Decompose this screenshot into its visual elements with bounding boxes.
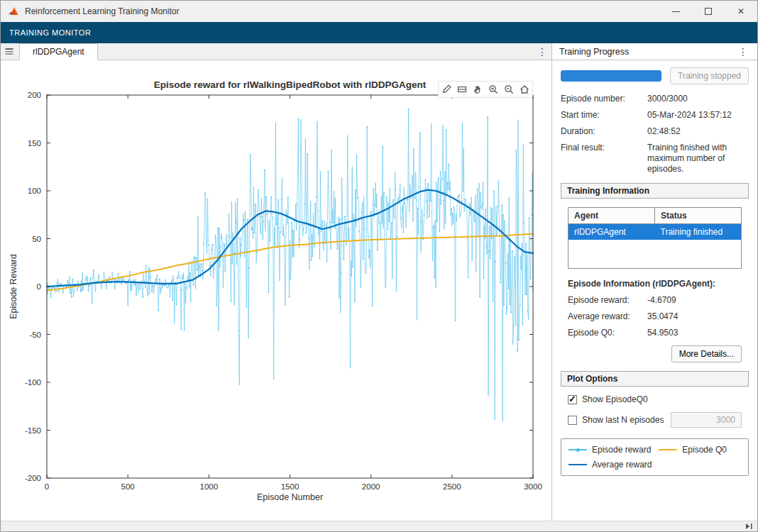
- field-episode-q0: Episode Q0: 54.9503: [568, 328, 742, 338]
- last-n-episodes-input[interactable]: [671, 412, 742, 428]
- app-window: Reinforcement Learning Training Monitor …: [0, 0, 758, 532]
- svg-text:Episode Number: Episode Number: [257, 492, 323, 502]
- window-controls: ✕: [659, 1, 757, 22]
- progress-bar-fill: [561, 70, 661, 82]
- svg-text:2500: 2500: [443, 482, 461, 491]
- field-label: Start time:: [561, 110, 647, 121]
- document-tab-bar: rlDDPGAgent ⋮: [1, 43, 551, 60]
- datatip-icon[interactable]: [455, 82, 469, 96]
- minimize-icon: [672, 11, 680, 12]
- field-value: 54.9503: [647, 328, 742, 338]
- field-label: Episode Q0:: [568, 328, 647, 338]
- documents-menu-button[interactable]: [1, 43, 18, 60]
- legend-label: Episode Q0: [682, 445, 727, 455]
- more-details-button[interactable]: More Details...: [671, 345, 742, 362]
- training-stopped-button[interactable]: Training stopped: [670, 67, 749, 84]
- cell-status: Training finished: [655, 224, 742, 240]
- matlab-logo-icon: [8, 6, 19, 17]
- field-duration: Duration: 02:48:52: [561, 126, 749, 137]
- panel-body: Training stopped Episode number: 3000/30…: [552, 60, 757, 521]
- field-value: -4.6709: [647, 295, 742, 306]
- svg-text:500: 500: [121, 482, 135, 491]
- training-progress-bar: [561, 70, 661, 82]
- tab-rlddpgagent[interactable]: rlDDPGAgent: [19, 43, 98, 60]
- field-label: Episode number:: [561, 94, 647, 104]
- panel-header: Training Progress ⋮: [552, 43, 757, 60]
- minimize-button[interactable]: [659, 1, 692, 22]
- table-empty-area: [568, 240, 741, 268]
- field-average-reward: Average reward: 35.0474: [568, 311, 742, 322]
- show-episodeq0-checkbox[interactable]: [568, 395, 577, 404]
- field-label: Final result:: [561, 143, 647, 174]
- show-last-n-label: Show last N episodes: [582, 415, 664, 425]
- episode-information-fields: Episode reward: -4.6709 Average reward: …: [568, 295, 742, 338]
- progress-row: Training stopped: [561, 67, 749, 84]
- svg-text:2000: 2000: [362, 482, 380, 491]
- panel-overflow-menu-icon[interactable]: ⋮: [736, 46, 750, 57]
- training-progress-panel: Training Progress ⋮ Training stopped Epi…: [552, 43, 757, 521]
- close-button[interactable]: ✕: [725, 1, 757, 22]
- maximize-button[interactable]: [692, 1, 725, 22]
- svg-text:-150: -150: [25, 426, 41, 435]
- close-icon: ✕: [737, 6, 745, 16]
- chart-legend: Episode reward Episode Q0 Average reward: [561, 438, 749, 476]
- cell-agent: rlDDPGAgent: [568, 224, 655, 240]
- panel-title: Training Progress: [559, 47, 629, 57]
- svg-text:100: 100: [28, 187, 41, 195]
- svg-text:150: 150: [28, 139, 41, 148]
- document-overflow-menu-icon[interactable]: ⋮: [533, 43, 551, 60]
- window-title: Reinforcement Learning Training Monitor: [25, 6, 179, 16]
- svg-text:Episode reward for rlWalkingBi: Episode reward for rlWalkingBipedRobot w…: [154, 79, 427, 90]
- field-value: 35.0474: [647, 311, 742, 322]
- show-episodeq0-label: Show EpisodeQ0: [582, 394, 648, 404]
- field-label: Episode reward:: [568, 295, 647, 306]
- agent-status-table: Agent Status rlDDPGAgent Training finish…: [568, 207, 742, 269]
- details-row: More Details...: [568, 345, 742, 362]
- plot-options-header: Plot Options: [561, 371, 749, 387]
- home-icon[interactable]: [517, 82, 532, 96]
- tab-training-monitor[interactable]: TRAINING MONITOR: [1, 22, 99, 43]
- episode-information-title: Episode Information (rlDDPGAgent):: [568, 279, 742, 289]
- brush-icon[interactable]: [439, 82, 454, 96]
- legend-line-sample: [568, 464, 587, 465]
- legend-line-sample: [659, 449, 677, 450]
- legend-episode-reward: Episode reward: [568, 445, 659, 455]
- axes-toolbar: [438, 81, 533, 98]
- title-bar: Reinforcement Learning Training Monitor …: [1, 1, 757, 22]
- status-bar: [1, 521, 757, 531]
- svg-text:3000: 3000: [524, 482, 542, 491]
- svg-text:-100: -100: [25, 378, 41, 387]
- table-row[interactable]: rlDDPGAgent Training finished: [568, 224, 741, 240]
- show-episodeq0-row: Show EpisodeQ0: [568, 394, 742, 404]
- legend-episode-q0: Episode Q0: [659, 445, 741, 455]
- column-header-status: Status: [654, 208, 741, 223]
- field-label: Duration:: [561, 126, 647, 137]
- svg-text:1500: 1500: [281, 482, 300, 491]
- column-header-agent: Agent: [568, 208, 654, 223]
- legend-label: Average reward: [592, 460, 652, 470]
- show-last-n-row: Show last N episodes: [568, 412, 742, 428]
- reward-chart[interactable]: Episode reward for rlWalkingBipedRobot w…: [1, 60, 552, 521]
- zoom-in-icon[interactable]: [486, 82, 500, 96]
- pan-icon[interactable]: [471, 82, 485, 96]
- svg-text:-50: -50: [29, 331, 41, 339]
- zoom-out-icon[interactable]: [502, 82, 516, 96]
- field-final-result: Final result: Training finished with max…: [561, 143, 749, 174]
- field-episode-reward: Episode reward: -4.6709: [568, 295, 742, 306]
- svg-text:50: 50: [32, 235, 41, 243]
- toolstrip: TRAINING MONITOR: [1, 22, 757, 43]
- svg-text:0: 0: [37, 282, 41, 291]
- show-last-n-checkbox[interactable]: [568, 416, 577, 425]
- training-information-header: Training Information: [561, 183, 749, 199]
- legend-average-reward: Average reward: [568, 460, 659, 470]
- svg-text:-200: -200: [25, 474, 41, 482]
- field-value: 05-Mar-2024 13:57:12: [647, 110, 749, 121]
- legend-marker-dot: [576, 448, 580, 452]
- legend-label: Episode reward: [592, 445, 651, 455]
- documents-icon: [5, 48, 13, 56]
- field-value: 3000/3000: [647, 94, 749, 104]
- document-panel: rlDDPGAgent ⋮ Episode reward for rlWalki…: [1, 43, 552, 521]
- svg-text:Episode Reward: Episode Reward: [9, 254, 18, 319]
- field-value: Training finished with maximum number of…: [647, 143, 749, 174]
- collapse-panel-icon[interactable]: [745, 523, 753, 530]
